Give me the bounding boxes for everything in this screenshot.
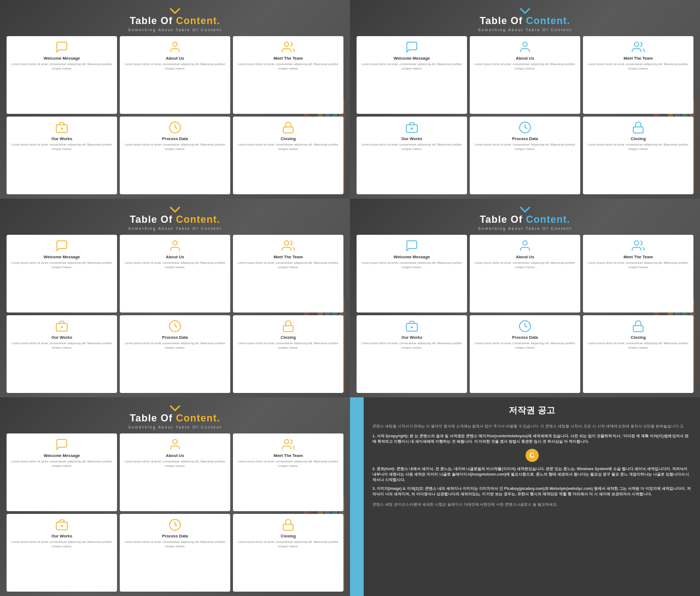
clock-icon-4 xyxy=(518,320,532,333)
card-4-process-text: Lorem ipsum dolor sit amet, consectetuer… xyxy=(474,342,576,350)
card-5-works-text: Lorem ipsum dolor sit amet, consectetuer… xyxy=(10,540,113,548)
copyright-logo-circle: C xyxy=(526,449,539,462)
chevron-icon-2 xyxy=(520,7,530,13)
svg-point-0 xyxy=(173,42,177,47)
slide-4-cards: Welcome Message Lorem ipsum dolor sit am… xyxy=(357,235,693,393)
card-4-closing-title: Closing xyxy=(631,335,646,340)
copyright-s2-title: 2. 폰트(font): 콘텐스 내에서 세이닉. 전 폰느는, 네이버 나글로… xyxy=(372,466,691,483)
slide-5: Table Of Content. Something About Table … xyxy=(0,397,350,596)
card-2-team: Meet The Team Lorem ipsum dolor sit amet… xyxy=(583,36,693,114)
card-2-about-text: Lorem ipsum dolor sit amet, consectetuer… xyxy=(474,62,576,71)
card-4-process: Process Data Lorem ipsum dolor sit amet,… xyxy=(470,315,580,393)
card-5-process: Process Data Lorem ipsum dolor sit amet,… xyxy=(120,514,230,592)
card-4-welcome-text: Lorem ipsum dolor sit amet, consectetuer… xyxy=(360,261,463,269)
svg-point-8 xyxy=(634,42,639,47)
card-3-welcome: Welcome Message Lorem ipsum dolor sit am… xyxy=(7,235,117,313)
chevron-icon-3 xyxy=(170,205,180,212)
card-welcome: Welcome Message Lorem ipsum dolor sit am… xyxy=(7,36,117,114)
card-3-closing-text: Lorem ipsum dolor sit amet, consectetuer… xyxy=(237,342,340,350)
copyright-logo: C xyxy=(372,449,691,462)
card-4-about-title: About Us xyxy=(516,254,534,259)
team-icon-2 xyxy=(632,40,645,54)
team-icon-3 xyxy=(282,239,295,252)
copyright-s1-title: 1. 서작 2(copyright): 본 는 콘텐스의 쉽과 및 서작권은 콘… xyxy=(372,433,691,444)
slide-5-cards: Welcome Message Lorem ipsum dolor sit am… xyxy=(7,433,343,592)
slide-2-title: Table Of Content. xyxy=(357,15,693,27)
card-2-process-text: Lorem ipsum dolor sit amet, consectetuer… xyxy=(474,143,576,151)
slide-5-subtitle: Something About Table Of Content xyxy=(7,425,343,429)
card-5-welcome-title: Welcome Message xyxy=(44,453,80,458)
card-4-welcome: Welcome Message Lorem ipsum dolor sit am… xyxy=(357,235,467,313)
card-4-about: About Us Lorem ipsum dolor sit amet, con… xyxy=(470,235,580,313)
card-4-closing-text: Lorem ipsum dolor sit amet, consectetuer… xyxy=(587,342,690,350)
card-2-works-title: Our Works xyxy=(401,136,422,141)
chevron-icon-4 xyxy=(520,205,530,212)
card-5-closing: Closing Lorem ipsum dolor sit amet, cons… xyxy=(233,514,343,592)
card-5-team-text: Lorem ipsum dolor sit amet, consectetuer… xyxy=(237,460,340,468)
card-4-works: Our Works Lorem ipsum dolor sit amet, co… xyxy=(357,315,467,393)
card-closing: Closing Lorem ipsum dolor sit amet, cons… xyxy=(233,117,343,194)
card-3-team-text: Lorem ipsum dolor sit amet, consectetuer… xyxy=(237,261,340,269)
title-accent-4: Content. xyxy=(526,214,570,225)
card-5-process-title: Process Data xyxy=(162,534,188,539)
copyright-slide: 저작권 공고 콘텐스 세팅을 시작서가 전에는 이 필여의 형식에 소개해는 쉽… xyxy=(350,397,700,596)
svg-rect-34 xyxy=(283,524,293,530)
title-white-4: Table Of xyxy=(480,214,523,225)
card-3-works: Our Works Lorem ipsum dolor sit amet, co… xyxy=(7,315,117,393)
card-2-works-text: Lorem ipsum dolor sit amet, consectetuer… xyxy=(360,143,463,151)
card-4-team-text: Lorem ipsum dolor sit amet, consectetuer… xyxy=(587,261,690,269)
slide-4-subtitle: Something About Table Of Content xyxy=(357,227,693,230)
title-accent-2: Content. xyxy=(526,15,570,26)
chat-icon xyxy=(55,40,68,54)
card-works-title: Our Works xyxy=(51,136,72,141)
chevron-icon-5 xyxy=(170,404,180,410)
slide-1-title: Table Of Content. xyxy=(7,15,343,27)
svg-point-1 xyxy=(284,42,289,47)
card-4-works-text: Lorem ipsum dolor sit amet, consectetuer… xyxy=(360,342,463,350)
clock-icon-2 xyxy=(518,121,532,134)
card-2-welcome-text: Lorem ipsum dolor sit amet, consectetuer… xyxy=(360,62,463,71)
card-3-works-text: Lorem ipsum dolor sit amet, consectetuer… xyxy=(10,342,113,350)
slide-3-cards: Welcome Message Lorem ipsum dolor sit am… xyxy=(7,235,343,393)
card-3-team-title: Meet The Team xyxy=(273,254,303,259)
slide-4-header: Table Of Content. Something About Table … xyxy=(357,205,693,230)
lock-icon xyxy=(282,121,295,134)
svg-rect-20 xyxy=(283,326,293,332)
card-3-about-title: About Us xyxy=(166,254,184,259)
card-welcome-title: Welcome Message xyxy=(44,56,80,61)
team-icon xyxy=(282,40,295,54)
card-2-closing-text: Lorem ipsum dolor sit amet, consectetuer… xyxy=(587,143,690,151)
card-5-welcome: Welcome Message Lorem ipsum dolor sit am… xyxy=(7,433,117,511)
slide-1-cards: Welcome Message Lorem ipsum dolor sit am… xyxy=(7,36,343,194)
card-2-about-title: About Us xyxy=(516,56,534,61)
card-3-welcome-title: Welcome Message xyxy=(44,254,80,259)
card-5-team: Meet The Team Lorem ipsum dolor sit amet… xyxy=(233,433,343,511)
person-icon-2 xyxy=(518,40,532,54)
copyright-outro: 콘텐스 세팅 관이선스 타른데 세세한 사항은 슬에이시 아래만에 서한만에 서… xyxy=(372,501,691,507)
slide-4-title: Table Of Content. xyxy=(357,214,693,225)
card-4-process-title: Process Data xyxy=(512,335,538,340)
svg-point-22 xyxy=(634,241,639,245)
slide-2-subtitle: Something About Table Of Content xyxy=(357,28,693,32)
card-3-closing: Closing Lorem ipsum dolor sit amet, cons… xyxy=(233,315,343,393)
svg-point-14 xyxy=(173,241,177,245)
team-icon-4 xyxy=(632,239,645,252)
slide-3-header: Table Of Content. Something About Table … xyxy=(7,205,343,230)
copyright-s3-title: 3. 이미지(image) & 이여(2)것: 콘텐스 내의 세작이나 이미지는… xyxy=(372,486,691,497)
slide-1-header: Table Of Content. Something About Table … xyxy=(7,7,343,32)
card-2-welcome-title: Welcome Message xyxy=(394,56,430,61)
card-3-process-title: Process Data xyxy=(162,335,188,340)
card-2-about: About Us Lorem ipsum dolor sit amet, con… xyxy=(470,36,580,114)
svg-point-15 xyxy=(284,241,289,245)
slide-2: Table Of Content. Something About Table … xyxy=(350,0,700,199)
person-icon-4 xyxy=(518,239,532,252)
slide-1-subtitle: Something About Table Of Content xyxy=(7,28,343,32)
copyright-content: 저작권 공고 콘텐스 세팅을 시작서가 전에는 이 필여의 형식에 소개해는 쉽… xyxy=(364,397,700,596)
clock-icon xyxy=(168,121,182,134)
card-2-welcome: Welcome Message Lorem ipsum dolor sit am… xyxy=(357,36,467,114)
card-process-text: Lorem ipsum dolor sit amet, consectetuer… xyxy=(124,143,226,151)
slide-3-subtitle: Something About Table Of Content xyxy=(7,227,343,230)
slide-3: Table Of Content. Something About Table … xyxy=(0,199,350,397)
svg-point-21 xyxy=(523,241,527,245)
slide-2-header: Table Of Content. Something About Table … xyxy=(357,7,693,32)
